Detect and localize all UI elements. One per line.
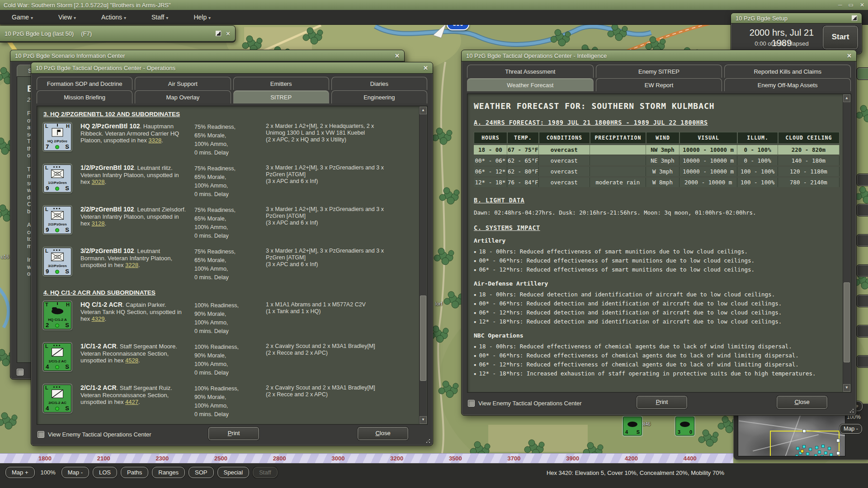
toolbar-map-button[interactable]: Map - <box>61 467 89 478</box>
detach-icon[interactable] <box>216 31 221 36</box>
scroll-thumb[interactable] <box>420 296 426 381</box>
menu-staff[interactable]: Staff ▾ <box>144 11 175 23</box>
scroll-down-icon[interactable]: ▼ <box>420 416 427 424</box>
log-window[interactable]: 10 PzG Bgde Log (last 50) (F7) ✕ <box>0 25 236 42</box>
operations-window-title-bar[interactable]: 10 PzG Bgde Tactical Operations Center -… <box>31 62 433 74</box>
close-icon[interactable]: ✕ <box>423 65 428 71</box>
intelligence-window-title-bar[interactable]: 10 PzG Bgde Tactical Operations Center -… <box>462 50 856 61</box>
sitrep-scrollbar[interactable]: ▲ ▼ <box>419 107 427 424</box>
ops-tab-mission-briefing[interactable]: Mission Briefing <box>37 90 132 103</box>
close-icon[interactable]: ✕ <box>847 52 852 59</box>
resize-grip-icon[interactable] <box>425 438 431 444</box>
scenario-checkbox[interactable] <box>17 369 24 375</box>
intel-tab-enemy-off-map-assets[interactable]: Enemy Off-Map Assets <box>724 78 851 91</box>
close-icon[interactable]: ✕ <box>860 2 864 8</box>
close-button[interactable]: Close <box>358 427 408 440</box>
ops-tab-formation-sop-and-doctrine[interactable]: Formation SOP and Doctrine <box>37 77 132 90</box>
resize-grip-icon[interactable] <box>849 408 854 413</box>
log-window-title-bar[interactable]: 10 PzG Bgde Log (last 50) (F7) ✕ <box>0 26 235 42</box>
hex-link[interactable]: 3328 <box>148 137 161 144</box>
menu-view[interactable]: View ▾ <box>51 11 83 23</box>
menu-game[interactable]: Game ▾ <box>5 11 40 23</box>
view-enemy-toc-checkbox[interactable] <box>38 431 44 438</box>
unit-counter-icon[interactable]: LHHQ 2/PzGre7S <box>43 123 71 151</box>
toolbar-los-button[interactable]: LOS <box>93 467 117 478</box>
scenario-window-title-bar[interactable]: 10 PzG Bgde Scenario Information Center … <box>10 50 404 61</box>
toolbar-paths-button[interactable]: Paths <box>121 467 148 478</box>
minimap[interactable] <box>738 410 845 456</box>
side-tool-button[interactable] <box>857 174 868 186</box>
intel-tab-weather-forecast[interactable]: Weather Forecast <box>467 78 594 91</box>
ops-tab-air-support[interactable]: Air Support <box>135 77 231 90</box>
viewport-handle[interactable] <box>836 439 840 442</box>
app-title-bar[interactable]: Cold War: Southern Storm [2.1.0.5722α] "… <box>0 0 868 10</box>
intelligence-window[interactable]: 10 PzG Bgde Tactical Operations Center -… <box>461 50 857 416</box>
toolbar-ranges-button[interactable]: Ranges <box>152 467 185 478</box>
close-icon[interactable]: ✕ <box>395 52 400 59</box>
weather-content-panel: WEATHER FORECAST FOR: SOUTHERN STORM KUL… <box>467 94 851 393</box>
hex-link[interactable]: 4329 <box>92 315 105 322</box>
hex-link[interactable]: 3028 <box>92 178 105 185</box>
menu-help[interactable]: Help ▾ <box>186 11 218 23</box>
bullet-icon: ▪ <box>474 249 476 254</box>
side-tool-button[interactable] <box>857 295 868 307</box>
minimap-viewport-rect[interactable] <box>770 431 840 456</box>
ops-tab-engineering[interactable]: Engineering <box>331 90 427 103</box>
operations-window[interactable]: 10 PzG Bgde Tactical Operations Center -… <box>31 62 433 446</box>
side-tool-button[interactable] <box>857 68 868 80</box>
minimap-zoom-out-button[interactable]: Map - <box>840 424 862 434</box>
side-tool-button[interactable] <box>857 356 868 367</box>
side-tool-button[interactable] <box>857 265 868 277</box>
viewport-handle[interactable] <box>802 429 806 433</box>
scroll-up-icon[interactable]: ▲ <box>843 94 850 102</box>
unit-equipment: 1 x M1A1 Abrams and 1 x M577A2 C2V(1 x T… <box>266 301 386 336</box>
ops-tab-sitrep[interactable]: SITREP <box>233 90 329 103</box>
minimize-icon[interactable]: ─ <box>838 2 842 8</box>
print-button[interactable]: Print <box>208 427 259 440</box>
intel-tab-enemy-sitrep[interactable]: Enemy SITREP <box>596 65 722 78</box>
view-enemy-toc-checkbox[interactable] <box>468 400 475 407</box>
toolbar-sop-button[interactable]: SOP <box>189 467 213 478</box>
hex-link[interactable]: 4528 <box>125 357 138 364</box>
side-tool-button[interactable] <box>857 325 868 337</box>
close-icon[interactable]: ✕ <box>226 30 231 37</box>
unit-counter-icon[interactable]: L1/C/1-2 AC4S <box>43 343 71 371</box>
unit-counter-icon[interactable]: L2/C/1-2 AC4S <box>43 385 71 413</box>
scroll-thumb[interactable] <box>844 282 850 362</box>
weather-scrollbar[interactable]: ▲ ▼ <box>843 94 850 392</box>
ops-tab-map-overlay[interactable]: Map Overlay <box>135 90 231 103</box>
unit-counter-icon[interactable]: L1/2/PzGren9S <box>43 164 71 192</box>
hex-link[interactable]: 3228 <box>125 262 138 268</box>
maximize-icon[interactable]: ▭ <box>849 2 854 8</box>
hex-link[interactable]: 3128 <box>92 220 105 227</box>
resize-icon[interactable] <box>852 15 857 21</box>
setup-window[interactable]: 10 PzG Bgde Setup 2000 hrs, Jul 21 1989 … <box>731 13 862 54</box>
bullet-icon: ▪ <box>474 292 476 297</box>
setup-window-title-bar[interactable]: 10 PzG Bgde Setup <box>731 13 862 23</box>
close-button[interactable]: Close <box>777 396 827 409</box>
minimap-unit-dot <box>824 451 827 455</box>
side-tool-button[interactable] <box>857 235 868 246</box>
intel-tab-threat-assessment[interactable]: Threat Assessment <box>467 65 594 78</box>
map-unit-counter[interactable]: 30 <box>675 417 694 436</box>
print-button[interactable]: Print <box>637 396 687 409</box>
unit-counter-icon[interactable]: L3/2/PzGren9S <box>43 248 71 276</box>
unit-equipment: 2 x Cavalry Scout and 2 x M3A1 Bradley[M… <box>266 343 386 377</box>
sitrep-unit-row: L3/2/PzGren9S3/2/PzGrenBtl 102. Leutnant… <box>43 248 415 282</box>
scroll-down-icon[interactable]: ▼ <box>843 384 850 392</box>
start-button[interactable]: Start <box>823 26 858 49</box>
side-tool-button[interactable] <box>857 204 868 216</box>
toolbar-map-button[interactable]: Map + <box>5 467 35 478</box>
ops-tab-emitters[interactable]: Emitters <box>233 77 329 90</box>
intel-tab-ew-report[interactable]: EW Report <box>596 78 722 91</box>
map-unit-counter[interactable]: 4S <box>623 417 642 436</box>
menu-actions[interactable]: Actions ▾ <box>94 11 133 23</box>
ops-tab-diaries[interactable]: Diaries <box>331 77 427 90</box>
toolbar-special-button[interactable]: Special <box>217 467 250 478</box>
hex-link[interactable]: 4427 <box>125 399 138 405</box>
intel-tab-reported-kills-and-claims[interactable]: Reported Kills and Claims <box>724 65 851 78</box>
unit-counter-icon[interactable]: L2/2/PzGren9S <box>43 206 71 234</box>
unit-counter-icon[interactable]: THHQ C/1-2 A2S <box>43 301 71 329</box>
scroll-up-icon[interactable]: ▲ <box>420 107 427 114</box>
viewport-handle[interactable] <box>836 451 840 455</box>
